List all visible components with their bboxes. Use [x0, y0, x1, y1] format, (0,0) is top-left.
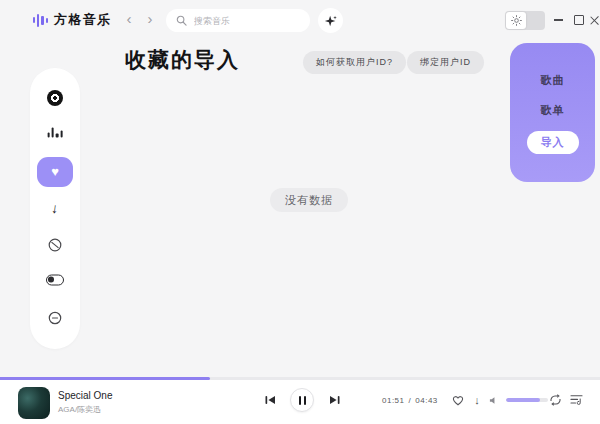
search-box[interactable] [166, 9, 310, 32]
speaker-icon [489, 396, 499, 405]
previous-track-button[interactable] [263, 394, 277, 406]
circle-dash-icon [48, 311, 63, 326]
time-display: 01:51 / 04:43 [382, 396, 438, 405]
heart-outline-icon [452, 395, 464, 406]
tab-playlists[interactable]: 歌单 [510, 103, 595, 118]
app-title: 方格音乐 [54, 11, 112, 29]
forward-chevron-icon[interactable]: › [141, 9, 159, 29]
sun-icon [511, 15, 522, 26]
volume-fill [506, 398, 540, 402]
sidebar-item-settings-toggle[interactable] [46, 275, 64, 286]
pause-icon [299, 396, 301, 405]
theme-toggle[interactable] [505, 11, 545, 30]
player-bar: Special One AGA/陈奕迅 01:51 / 04:43 ↓ [0, 380, 600, 424]
pause-button[interactable] [290, 388, 314, 412]
next-track-button[interactable] [327, 394, 341, 406]
toggle-icon [46, 275, 64, 286]
playlist-queue-button[interactable] [569, 394, 583, 406]
back-chevron-icon[interactable]: ‹ [120, 9, 138, 29]
song-progress-bar[interactable] [0, 377, 600, 380]
bind-user-id-button[interactable]: 绑定用户ID [407, 51, 484, 74]
maximize-icon [574, 15, 584, 25]
tab-songs[interactable]: 歌曲 [510, 73, 595, 88]
download-track-button[interactable]: ↓ [470, 392, 484, 407]
close-icon [590, 15, 600, 25]
theme-toggle-thumb [506, 12, 526, 29]
sparkle-assistant-button[interactable] [318, 8, 343, 33]
volume-slider[interactable] [506, 398, 548, 402]
repeat-mode-button[interactable] [549, 393, 562, 406]
import-panel: 歌曲 歌单 导入 [510, 43, 595, 182]
download-arrow-icon: ↓ [51, 201, 60, 216]
maximize-button[interactable] [570, 11, 587, 29]
disc-icon [47, 90, 63, 106]
audio-bars-icon [33, 12, 48, 28]
sidebar: ♥ ↓ [30, 68, 80, 349]
close-button[interactable] [586, 11, 600, 29]
progress-fill [0, 377, 210, 380]
sidebar-item-favorites[interactable]: ♥ [37, 157, 73, 187]
search-icon [176, 15, 187, 26]
page-title: 收藏的导入 [125, 46, 240, 74]
how-to-get-user-id-button[interactable]: 如何获取用户ID? [303, 51, 406, 74]
sidebar-item-status[interactable] [48, 311, 63, 326]
chart-bars-icon [48, 127, 63, 138]
sidebar-item-disc[interactable] [47, 90, 63, 106]
sidebar-item-downloads[interactable]: ↓ [52, 201, 59, 215]
total-time: 04:43 [415, 396, 438, 405]
repeat-icon [549, 394, 562, 406]
favorites-active-button: ♥ [37, 157, 73, 187]
circle-slash-icon [48, 238, 63, 253]
heart-icon: ♥ [51, 165, 59, 179]
playlist-icon [570, 394, 583, 406]
search-input[interactable] [192, 15, 313, 27]
app-window: 方格音乐 ‹ › [0, 0, 600, 424]
skip-next-icon [329, 395, 340, 405]
favorite-track-button[interactable] [451, 394, 465, 406]
track-artist: AGA/陈奕迅 [58, 404, 101, 415]
album-art[interactable] [18, 387, 50, 419]
empty-state-badge: 没有数据 [270, 188, 348, 212]
track-title: Special One [58, 390, 112, 401]
sidebar-item-blocked[interactable] [48, 238, 63, 253]
skip-previous-icon [265, 395, 276, 405]
time-separator: / [409, 396, 412, 405]
sidebar-item-charts[interactable] [48, 127, 63, 138]
import-button[interactable]: 导入 [527, 131, 579, 154]
app-logo: 方格音乐 [33, 11, 112, 29]
sparkle-icon [324, 14, 338, 28]
minimize-button[interactable] [550, 11, 567, 29]
minimize-icon [554, 19, 563, 20]
current-time: 01:51 [382, 396, 405, 405]
volume-button[interactable] [488, 395, 500, 405]
